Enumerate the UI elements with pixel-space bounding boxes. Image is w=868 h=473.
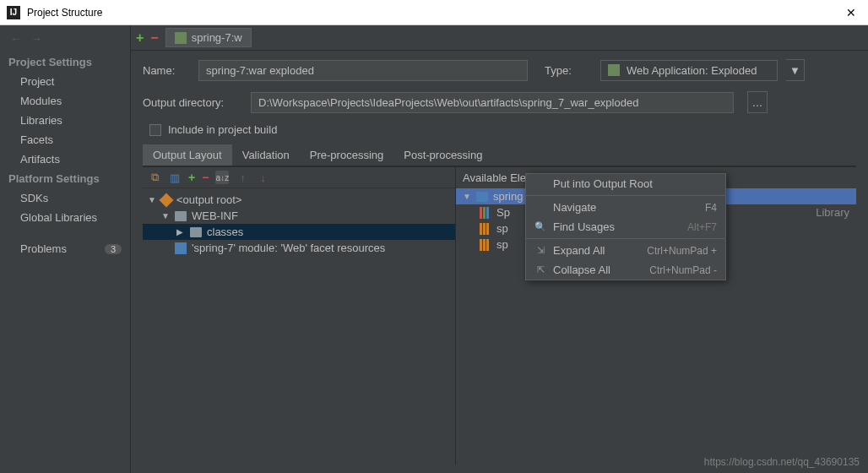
tree-classes[interactable]: ▶ classes xyxy=(143,224,455,240)
library-icon xyxy=(480,223,491,235)
include-label: Include in project build xyxy=(168,123,277,136)
library-icon xyxy=(480,239,491,251)
collapse-icon: ⇱ xyxy=(534,264,546,276)
sidebar-item-libraries[interactable]: Libraries xyxy=(0,111,130,130)
tree-root-label: <output root> xyxy=(176,193,241,206)
tab-preprocessing[interactable]: Pre-processing xyxy=(300,144,393,166)
outdir-input[interactable] xyxy=(251,92,734,113)
add-icon[interactable]: + xyxy=(136,30,144,46)
library-icon xyxy=(480,207,491,219)
separator xyxy=(526,238,725,239)
tree-webinf-label: WEB-INF xyxy=(192,209,238,222)
context-menu: Put into Output Root Navigate F4 🔍 Find … xyxy=(525,173,726,280)
sidebar-item-modules[interactable]: Modules xyxy=(0,91,130,111)
artifact-icon xyxy=(175,32,187,44)
problems-label: Problems xyxy=(20,242,67,255)
module-icon xyxy=(175,242,187,254)
name-label: Name: xyxy=(143,64,190,77)
sidebar-item-facets[interactable]: Facets xyxy=(0,130,130,150)
artifact-tab-bar: + − spring-7:w xyxy=(131,25,868,51)
web-app-icon xyxy=(608,64,620,76)
tab-output-layout[interactable]: Output Layout xyxy=(143,144,232,166)
tree-webinf[interactable]: ▼ WEB-INF xyxy=(143,208,455,224)
ctx-expand-all[interactable]: ⇲ Expand All Ctrl+NumPad + xyxy=(526,241,725,260)
watermark: https://blog.csdn.net/qq_43690135 xyxy=(704,456,860,468)
list-icon[interactable]: ▥ xyxy=(168,171,182,184)
forward-icon[interactable]: → xyxy=(30,32,42,46)
sidebar-item-problems[interactable]: Problems 3 xyxy=(0,236,130,262)
sidebar-item-project[interactable]: Project xyxy=(0,72,130,91)
up-icon[interactable]: ↑ xyxy=(236,171,249,184)
output-tree: ▼ <output root> ▼ WEB-INF ▶ class xyxy=(143,188,455,259)
tree-facet-label: 'spring-7' module: 'Web' facet resources xyxy=(192,242,385,254)
layout-tabs: Output Layout Validation Pre-processing … xyxy=(143,144,856,166)
output-layout-pane: ⧉ ▥ + − a↓z ↑ ↓ ▼ <output root> xyxy=(143,167,455,465)
blank-icon xyxy=(534,202,546,214)
titlebar: IJ Project Structure ✕ xyxy=(0,0,868,25)
available-spring-label: spring xyxy=(493,190,523,203)
expander-icon[interactable]: ▼ xyxy=(148,195,156,204)
type-label: Type: xyxy=(545,64,592,77)
new-folder-icon[interactable]: ⧉ xyxy=(148,171,161,184)
section-platform-settings: Platform Settings xyxy=(0,169,130,188)
expander-icon[interactable]: ▼ xyxy=(161,211,170,220)
sidebar-item-sdks[interactable]: SDKs xyxy=(0,188,130,208)
artifact-tab-label: spring-7:w xyxy=(192,31,242,44)
remove-item-icon[interactable]: − xyxy=(202,171,209,184)
sidebar: ← → Project Settings Project Modules Lib… xyxy=(0,25,131,473)
browse-button[interactable]: … xyxy=(747,91,768,113)
ctx-find-usages: 🔍 Find Usages Alt+F7 xyxy=(526,217,725,236)
back-icon[interactable]: ← xyxy=(10,32,22,46)
expander-icon[interactable]: ▶ xyxy=(176,227,185,236)
remove-icon[interactable]: − xyxy=(150,30,158,46)
sort-icon[interactable]: a↓z xyxy=(215,171,229,184)
ctx-collapse-all[interactable]: ⇱ Collapse All Ctrl+NumPad - xyxy=(526,260,725,280)
type-value: Web Application: Exploded xyxy=(627,64,757,77)
add-item-icon[interactable]: + xyxy=(188,171,195,184)
problems-badge: 3 xyxy=(105,244,122,254)
include-checkbox[interactable]: Include in project build xyxy=(149,123,856,136)
folder-icon xyxy=(175,211,187,221)
tree-facet[interactable]: 'spring-7' module: 'Web' facet resources xyxy=(143,240,455,256)
close-icon[interactable]: ✕ xyxy=(841,6,861,19)
type-dropdown-button[interactable]: ▼ xyxy=(786,59,805,81)
module-icon xyxy=(476,192,488,202)
checkbox-icon xyxy=(149,124,161,136)
tree-root[interactable]: ▼ <output root> xyxy=(143,192,455,208)
ctx-navigate[interactable]: Navigate F4 xyxy=(526,198,725,217)
outdir-label: Output directory: xyxy=(143,96,242,109)
tree-classes-label: classes xyxy=(207,226,243,238)
app-icon: IJ xyxy=(7,6,20,19)
tab-postprocessing[interactable]: Post-processing xyxy=(393,144,492,166)
ctx-put-into-root[interactable]: Put into Output Root xyxy=(526,174,725,193)
sidebar-item-global-libraries[interactable]: Global Libraries xyxy=(0,208,130,227)
type-select[interactable]: Web Application: Exploded xyxy=(600,60,778,81)
folder-icon xyxy=(190,227,202,237)
window-title: Project Structure xyxy=(27,7,841,19)
down-icon[interactable]: ↓ xyxy=(256,171,269,184)
tab-validation[interactable]: Validation xyxy=(232,144,300,166)
expander-icon[interactable]: ▼ xyxy=(463,192,471,201)
search-icon: 🔍 xyxy=(534,221,546,233)
available-elements-pane: Available Elements ? ▼ spring Sp Library xyxy=(455,167,856,465)
expand-icon: ⇲ xyxy=(534,245,546,257)
separator xyxy=(526,195,725,196)
nav-arrows: ← → xyxy=(0,30,130,52)
blank-icon xyxy=(534,178,546,190)
name-input[interactable] xyxy=(198,60,528,81)
sidebar-item-artifacts[interactable]: Artifacts xyxy=(0,150,130,169)
output-root-icon xyxy=(160,193,174,207)
section-project-settings: Project Settings xyxy=(0,52,130,72)
artifact-tab[interactable]: spring-7:w xyxy=(165,28,252,47)
